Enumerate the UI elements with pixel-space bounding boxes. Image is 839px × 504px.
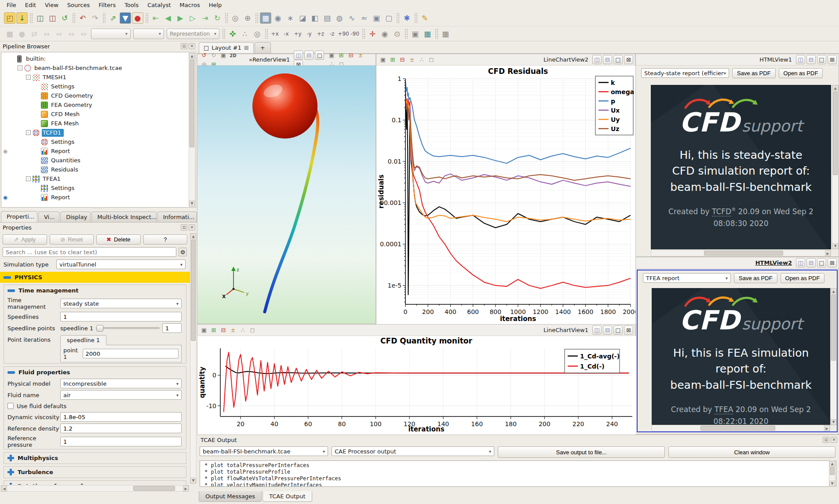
capture-screenshot-icon[interactable]: ▣ [219,51,228,59]
menu-edit[interactable]: Edit [21,1,40,9]
float-panel-icon[interactable]: ⊡ [823,437,829,443]
html1-vscrollbar[interactable]: ▲ ▼ [832,85,839,249]
menu-macros[interactable]: Macros [176,1,204,9]
point-rep-button[interactable]: ● [16,28,28,40]
close-panel-icon[interactable]: ✕ [189,224,195,230]
threshold-filter-button[interactable]: ▤ [321,12,333,24]
pipeline-item-beam-ball-fsi-benchmark-tcae[interactable]: -beam-ball-FSI-benchmark.tcae [1,63,196,73]
expander-icon[interactable]: - [18,66,22,70]
pipeline-item-report[interactable]: ◉Report [1,146,196,156]
rescale-visible-button[interactable]: ⇔ [66,28,77,40]
save-as-pdf-button[interactable]: Save as PDF [732,68,776,78]
menu-help[interactable]: Help [205,1,226,9]
box-select-icon[interactable]: ◻ [248,326,257,335]
menu-tools[interactable]: Tools [120,1,142,9]
save-output-button[interactable]: Save output to file... [498,446,665,458]
expander-icon[interactable]: - [26,75,31,80]
scroll-down-icon[interactable]: ▼ [189,201,195,206]
search-input[interactable] [3,247,176,257]
maximize-view-button[interactable]: □ [315,51,324,60]
html1-hscrollbar[interactable]: ▶ [651,250,831,256]
set-view-plus-x-button[interactable]: +x [270,29,280,39]
previous-frame-button[interactable]: ◀ [162,12,174,24]
adjust-icon[interactable]: ± [356,51,365,60]
tab-tcae-output[interactable]: TCAE Output [263,491,312,502]
set-view-plus-z-button[interactable]: +z [315,29,326,39]
remove-series-icon[interactable]: ⊟ [219,326,228,335]
rotate-minus-90-button[interactable]: -90 [350,29,360,39]
pipeline-tree[interactable]: builtin:-beam-ball-FSI-benchmark.tcae-TM… [1,52,196,208]
pipeline-item-tcfd1[interactable]: -TCFD1 [1,128,196,137]
residuals-chart[interactable]: 020040060080010001200140016001800200010.… [376,66,636,325]
split-vertical-button[interactable]: ⊟ [806,258,816,267]
representation-combo[interactable]: Representation▾ [167,29,219,39]
interact-3d-button[interactable]: ✜ [227,28,238,40]
pipeline-item-settings[interactable]: Settings [1,137,196,146]
maximize-view-button[interactable]: □ [613,55,623,64]
new-layout-tab[interactable]: + [255,42,271,53]
pipeline-item-builtin-[interactable]: builtin: [1,54,196,63]
remove-series-icon[interactable]: ⊟ [398,55,407,64]
pipeline-item-report[interactable]: ◉Report [1,193,196,202]
clip-filter-button[interactable]: ◪ [297,12,308,24]
render-view-canvas[interactable]: z X y [197,66,376,324]
scroll-down-icon[interactable]: ▼ [190,478,196,483]
close-view-button[interactable]: ⊠ [624,55,633,64]
panel-splitter[interactable]: ······ [0,208,197,211]
split-horizontal-button[interactable]: ◫ [796,55,805,64]
surface-mesh-button[interactable]: ▦ [422,28,433,40]
output-log[interactable]: * plot totalPressurePerInterfaces* plot … [200,460,836,487]
maximize-view-button[interactable]: □ [817,258,826,267]
menu-catalyst[interactable]: Catalyst [143,1,175,9]
rescale-temporal-button[interactable]: ⇔ [53,28,65,40]
history-button[interactable]: ↺ [59,12,70,24]
speedline-points-slider[interactable] [96,327,160,329]
multiphysics-section[interactable]: Multiphysics [4,452,186,464]
pipeline-item-quantities[interactable]: Quantities [1,156,196,165]
maximize-view-button[interactable]: □ [817,55,826,64]
scatter-select-icon[interactable]: ∴ [417,55,426,64]
reset-center-button[interactable]: ⊙ [391,28,403,40]
component-select-combo[interactable]: ▾ [133,29,164,39]
float-panel-icon[interactable]: ⊡ [181,224,187,230]
last-frame-button[interactable]: ⇥ [199,12,211,24]
redo-button[interactable]: ↷ [89,12,101,24]
split-vertical-button[interactable]: ⊟ [304,51,314,60]
save-state-button[interactable]: ↓ [16,12,28,24]
extract-block-button[interactable]: ▢ [383,12,394,24]
set-view-plus-y-button[interactable]: +y [292,29,303,39]
glyph-filter-button[interactable]: ∗ [285,12,296,24]
group-datasets-button[interactable]: ▣ [371,12,382,24]
pick-center-button[interactable]: ◉ [379,28,390,40]
use-fluid-defaults-checkbox[interactable] [7,403,14,409]
apply-button[interactable]: ⇗Apply [3,234,47,245]
split-vertical-button[interactable]: ⊟ [603,55,612,64]
select-points-button[interactable]: ∴ [239,28,251,40]
delete-button[interactable]: ✖Delete [96,234,141,245]
split-vertical-button[interactable]: ⊟ [603,325,612,335]
tab-properti-[interactable]: Properti... [1,211,37,222]
python-macro-button[interactable]: ✎ [419,12,430,24]
add-series-icon[interactable]: ⊞ [388,55,397,64]
search-options-gear-icon[interactable]: ⚙ [179,248,187,256]
properties-hscrollbar[interactable]: ◀ ▶ [1,485,189,492]
camera-icon[interactable]: ▣ [327,51,336,60]
favorites-button[interactable]: ✱ [401,12,412,24]
close-view-button[interactable]: ⊠ [828,55,837,64]
adjust-series-icon[interactable]: ± [408,55,416,64]
set-view-minus-y-button[interactable]: -y [304,29,314,39]
report-select-combo[interactable]: Steady-state report (efficiency p▾ [641,68,729,78]
physics-section-header[interactable]: PHYSICS [0,272,190,283]
set-view-minus-z-button[interactable]: -z [327,29,337,39]
pipeline-item-settings[interactable]: Settings [1,82,196,91]
help-button[interactable]: ? [143,234,188,245]
properties-scrollbar[interactable]: ▲ ▼ [190,233,197,484]
pipeline-item-tfea1[interactable]: -TFEA1 [1,174,196,183]
rescale-data-button[interactable]: ⇔ [78,28,89,40]
box-select-icon[interactable]: ◻ [427,55,436,64]
edit-color-map-button[interactable]: ▼ [120,12,131,24]
set-view-minus-x-button[interactable]: -x [281,29,292,39]
rescale-range-button[interactable]: ⇄ [29,28,40,40]
pipeline-scrollbar[interactable]: ▲ ▼ [189,53,195,207]
dynamic-viscosity-input[interactable] [60,412,182,422]
